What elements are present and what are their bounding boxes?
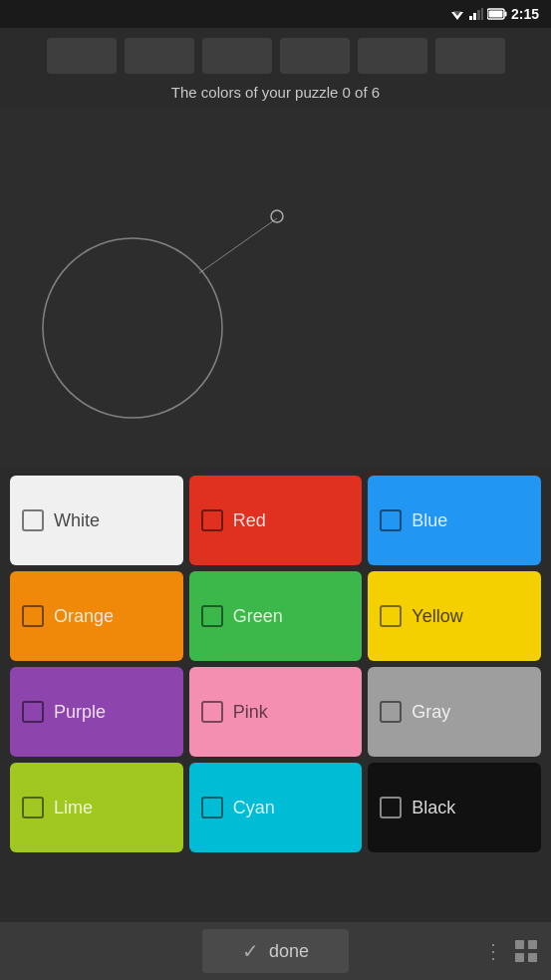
color-label-blue: Blue — [412, 510, 447, 531]
color-label-gray: Gray — [412, 702, 450, 723]
puzzle-count-text: The colors of your puzzle 0 of 6 — [0, 80, 551, 109]
color-checkbox-red — [201, 509, 223, 531]
svg-rect-8 — [488, 11, 502, 18]
bottom-bar: ✓ done ⋮ — [0, 922, 551, 980]
color-label-lime: Lime — [54, 798, 93, 818]
svg-point-9 — [43, 238, 222, 418]
color-button-black[interactable]: Black — [368, 763, 541, 852]
color-checkbox-gray — [380, 701, 402, 723]
color-label-orange: Orange — [54, 606, 114, 627]
svg-rect-14 — [515, 953, 524, 962]
color-label-white: White — [54, 510, 100, 531]
color-label-red: Red — [233, 510, 266, 531]
color-checkbox-blue — [380, 509, 402, 531]
color-button-gray[interactable]: Gray — [368, 667, 541, 757]
color-label-cyan: Cyan — [233, 798, 275, 818]
color-label-pink: Pink — [233, 702, 268, 723]
color-slot-6[interactable] — [435, 38, 505, 74]
puzzle-svg — [0, 109, 551, 468]
svg-rect-13 — [528, 940, 537, 949]
done-button[interactable]: ✓ done — [202, 929, 349, 973]
color-checkbox-purple — [22, 701, 44, 723]
status-icons: 2:15 — [449, 6, 539, 22]
color-label-black: Black — [412, 798, 455, 818]
done-label: done — [269, 941, 309, 962]
color-slot-1[interactable] — [47, 38, 117, 74]
svg-rect-15 — [528, 953, 537, 962]
svg-rect-7 — [504, 12, 506, 17]
color-grid: WhiteRedBlueOrangeGreenYellowPurplePinkG… — [0, 468, 551, 860]
color-button-blue[interactable]: Blue — [368, 476, 541, 565]
bottom-right-icons: ⋮ — [483, 939, 537, 963]
color-button-red[interactable]: Red — [189, 476, 363, 565]
color-button-green[interactable]: Green — [189, 571, 363, 661]
color-checkbox-black — [380, 797, 402, 818]
color-checkbox-cyan — [201, 797, 223, 818]
color-checkbox-pink — [201, 701, 223, 723]
color-button-orange[interactable]: Orange — [10, 571, 183, 661]
color-checkbox-white — [22, 509, 44, 531]
color-button-white[interactable]: White — [10, 476, 183, 565]
svg-rect-12 — [515, 940, 524, 949]
status-time: 2:15 — [511, 6, 539, 22]
color-button-purple[interactable]: Purple — [10, 667, 183, 757]
canvas-area — [0, 109, 551, 468]
color-slots-row — [0, 28, 551, 80]
color-checkbox-lime — [22, 797, 44, 818]
color-slot-2[interactable] — [125, 38, 194, 74]
svg-rect-4 — [477, 10, 480, 20]
color-slot-3[interactable] — [202, 38, 272, 74]
wifi-icon — [449, 8, 465, 20]
color-checkbox-orange — [22, 605, 44, 627]
check-icon: ✓ — [242, 939, 259, 963]
color-checkbox-yellow — [380, 605, 402, 627]
status-bar: 2:15 — [0, 0, 551, 28]
signal-icon — [469, 8, 483, 20]
color-label-green: Green — [233, 606, 283, 627]
svg-rect-2 — [469, 16, 472, 20]
svg-point-11 — [271, 210, 283, 222]
color-button-yellow[interactable]: Yellow — [368, 571, 541, 661]
grid-view-icon[interactable] — [515, 940, 537, 962]
svg-rect-5 — [481, 8, 483, 20]
color-label-purple: Purple — [54, 702, 106, 723]
color-label-yellow: Yellow — [412, 606, 462, 627]
svg-rect-3 — [473, 13, 476, 20]
color-slot-5[interactable] — [358, 38, 427, 74]
battery-icon — [487, 8, 507, 20]
svg-line-10 — [199, 218, 277, 273]
color-button-cyan[interactable]: Cyan — [189, 763, 363, 852]
color-button-pink[interactable]: Pink — [189, 667, 363, 757]
color-checkbox-green — [201, 605, 223, 627]
color-button-lime[interactable]: Lime — [10, 763, 183, 852]
color-slot-4[interactable] — [280, 38, 350, 74]
more-options-icon[interactable]: ⋮ — [483, 939, 505, 963]
